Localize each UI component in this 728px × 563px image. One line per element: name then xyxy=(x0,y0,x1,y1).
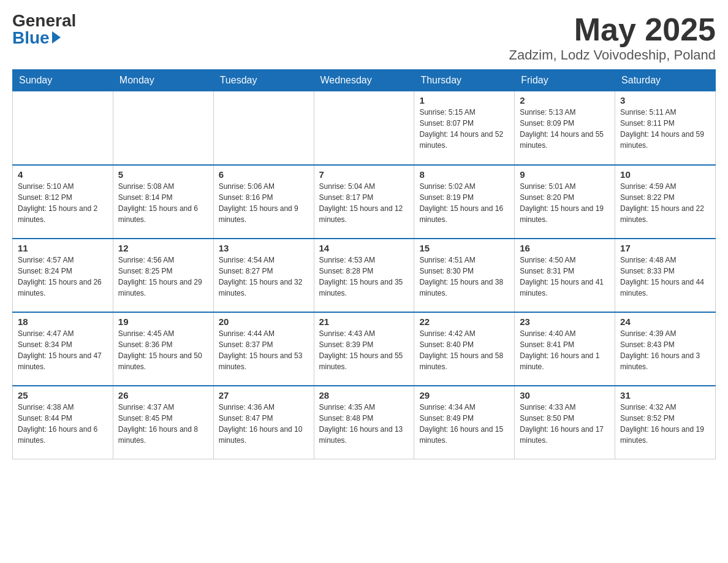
day-info: Sunrise: 4:57 AM Sunset: 8:24 PM Dayligh… xyxy=(18,255,108,299)
calendar-cell: 2Sunrise: 5:13 AM Sunset: 8:09 PM Daylig… xyxy=(515,91,615,165)
calendar-cell: 9Sunrise: 5:01 AM Sunset: 8:20 PM Daylig… xyxy=(515,165,615,239)
day-number: 28 xyxy=(319,390,409,400)
calendar-header-row: SundayMondayTuesdayWednesdayThursdayFrid… xyxy=(13,70,716,91)
day-number: 15 xyxy=(419,243,509,253)
day-number: 13 xyxy=(219,243,309,253)
day-info: Sunrise: 5:01 AM Sunset: 8:20 PM Dayligh… xyxy=(520,181,610,225)
calendar-cell: 1Sunrise: 5:15 AM Sunset: 8:07 PM Daylig… xyxy=(414,91,515,165)
day-number: 27 xyxy=(219,390,309,400)
calendar-cell: 16Sunrise: 4:50 AM Sunset: 8:31 PM Dayli… xyxy=(515,239,615,312)
calendar-header-monday: Monday xyxy=(113,70,213,91)
calendar-cell: 19Sunrise: 4:45 AM Sunset: 8:36 PM Dayli… xyxy=(113,312,213,386)
day-number: 31 xyxy=(620,390,710,400)
day-number: 16 xyxy=(520,243,610,253)
day-info: Sunrise: 4:45 AM Sunset: 8:36 PM Dayligh… xyxy=(118,328,208,372)
day-info: Sunrise: 4:50 AM Sunset: 8:31 PM Dayligh… xyxy=(520,255,610,299)
calendar-cell xyxy=(113,91,213,165)
day-info: Sunrise: 4:43 AM Sunset: 8:39 PM Dayligh… xyxy=(319,328,409,372)
day-info: Sunrise: 4:56 AM Sunset: 8:25 PM Dayligh… xyxy=(118,255,208,299)
calendar-cell: 26Sunrise: 4:37 AM Sunset: 8:45 PM Dayli… xyxy=(113,386,213,459)
calendar-header-friday: Friday xyxy=(515,70,615,91)
day-info: Sunrise: 5:15 AM Sunset: 8:07 PM Dayligh… xyxy=(419,107,509,151)
calendar-cell: 24Sunrise: 4:39 AM Sunset: 8:43 PM Dayli… xyxy=(615,312,716,386)
day-number: 25 xyxy=(18,390,108,400)
calendar-week-row: 25Sunrise: 4:38 AM Sunset: 8:44 PM Dayli… xyxy=(13,386,716,459)
day-number: 8 xyxy=(419,169,509,180)
day-number: 3 xyxy=(620,95,710,105)
calendar-header-tuesday: Tuesday xyxy=(213,70,314,91)
day-info: Sunrise: 5:08 AM Sunset: 8:14 PM Dayligh… xyxy=(118,181,208,225)
calendar-week-row: 4Sunrise: 5:10 AM Sunset: 8:12 PM Daylig… xyxy=(13,165,716,239)
day-number: 7 xyxy=(319,169,409,180)
day-info: Sunrise: 4:54 AM Sunset: 8:27 PM Dayligh… xyxy=(219,255,309,299)
calendar-cell: 5Sunrise: 5:08 AM Sunset: 8:14 PM Daylig… xyxy=(113,165,213,239)
calendar-cell: 18Sunrise: 4:47 AM Sunset: 8:34 PM Dayli… xyxy=(13,312,113,386)
logo-blue-text: Blue xyxy=(12,29,50,47)
calendar-cell: 30Sunrise: 4:33 AM Sunset: 8:50 PM Dayli… xyxy=(515,386,615,459)
day-info: Sunrise: 4:51 AM Sunset: 8:30 PM Dayligh… xyxy=(419,255,509,299)
calendar-table: SundayMondayTuesdayWednesdayThursdayFrid… xyxy=(12,69,716,459)
day-number: 10 xyxy=(620,169,710,180)
day-number: 18 xyxy=(18,316,108,327)
calendar-cell: 6Sunrise: 5:06 AM Sunset: 8:16 PM Daylig… xyxy=(213,165,314,239)
day-info: Sunrise: 4:33 AM Sunset: 8:50 PM Dayligh… xyxy=(520,402,610,446)
day-number: 4 xyxy=(18,169,108,180)
calendar-cell: 27Sunrise: 4:36 AM Sunset: 8:47 PM Dayli… xyxy=(213,386,314,459)
day-number: 1 xyxy=(419,95,509,105)
calendar-cell: 28Sunrise: 4:35 AM Sunset: 8:48 PM Dayli… xyxy=(314,386,414,459)
day-number: 2 xyxy=(520,95,610,105)
day-info: Sunrise: 4:32 AM Sunset: 8:52 PM Dayligh… xyxy=(620,402,710,446)
calendar-cell xyxy=(13,91,113,165)
day-info: Sunrise: 5:06 AM Sunset: 8:16 PM Dayligh… xyxy=(219,181,309,225)
calendar-cell: 10Sunrise: 4:59 AM Sunset: 8:22 PM Dayli… xyxy=(615,165,716,239)
day-number: 19 xyxy=(118,316,208,327)
day-number: 21 xyxy=(319,316,409,327)
day-info: Sunrise: 5:13 AM Sunset: 8:09 PM Dayligh… xyxy=(520,107,610,151)
day-number: 26 xyxy=(118,390,208,400)
calendar-cell: 12Sunrise: 4:56 AM Sunset: 8:25 PM Dayli… xyxy=(113,239,213,312)
day-info: Sunrise: 5:10 AM Sunset: 8:12 PM Dayligh… xyxy=(18,181,108,225)
calendar-cell: 31Sunrise: 4:32 AM Sunset: 8:52 PM Dayli… xyxy=(615,386,716,459)
day-info: Sunrise: 4:47 AM Sunset: 8:34 PM Dayligh… xyxy=(18,328,108,372)
day-number: 22 xyxy=(419,316,509,327)
calendar-header-sunday: Sunday xyxy=(13,70,113,91)
calendar-cell: 11Sunrise: 4:57 AM Sunset: 8:24 PM Dayli… xyxy=(13,239,113,312)
day-number: 20 xyxy=(219,316,309,327)
title-section: May 2025 Zadzim, Lodz Voivodeship, Polan… xyxy=(509,12,716,63)
month-title: May 2025 xyxy=(509,12,716,47)
calendar-cell: 3Sunrise: 5:11 AM Sunset: 8:11 PM Daylig… xyxy=(615,91,716,165)
calendar-week-row: 11Sunrise: 4:57 AM Sunset: 8:24 PM Dayli… xyxy=(13,239,716,312)
calendar-cell: 15Sunrise: 4:51 AM Sunset: 8:30 PM Dayli… xyxy=(414,239,515,312)
calendar-cell xyxy=(314,91,414,165)
calendar-week-row: 18Sunrise: 4:47 AM Sunset: 8:34 PM Dayli… xyxy=(13,312,716,386)
calendar-cell: 23Sunrise: 4:40 AM Sunset: 8:41 PM Dayli… xyxy=(515,312,615,386)
calendar-cell: 17Sunrise: 4:48 AM Sunset: 8:33 PM Dayli… xyxy=(615,239,716,312)
day-number: 29 xyxy=(419,390,509,400)
day-info: Sunrise: 4:36 AM Sunset: 8:47 PM Dayligh… xyxy=(219,402,309,446)
calendar-cell xyxy=(213,91,314,165)
calendar-cell: 4Sunrise: 5:10 AM Sunset: 8:12 PM Daylig… xyxy=(13,165,113,239)
calendar-cell: 22Sunrise: 4:42 AM Sunset: 8:40 PM Dayli… xyxy=(414,312,515,386)
day-info: Sunrise: 5:11 AM Sunset: 8:11 PM Dayligh… xyxy=(620,107,710,151)
day-info: Sunrise: 4:42 AM Sunset: 8:40 PM Dayligh… xyxy=(419,328,509,372)
logo-general-text: General xyxy=(12,12,76,29)
calendar-header-thursday: Thursday xyxy=(414,70,515,91)
logo: General Blue xyxy=(12,12,76,47)
day-number: 6 xyxy=(219,169,309,180)
day-info: Sunrise: 4:59 AM Sunset: 8:22 PM Dayligh… xyxy=(620,181,710,225)
day-number: 17 xyxy=(620,243,710,253)
calendar-cell: 14Sunrise: 4:53 AM Sunset: 8:28 PM Dayli… xyxy=(314,239,414,312)
day-number: 14 xyxy=(319,243,409,253)
day-info: Sunrise: 5:04 AM Sunset: 8:17 PM Dayligh… xyxy=(319,181,409,225)
day-number: 11 xyxy=(18,243,108,253)
day-info: Sunrise: 4:35 AM Sunset: 8:48 PM Dayligh… xyxy=(319,402,409,446)
day-info: Sunrise: 4:34 AM Sunset: 8:49 PM Dayligh… xyxy=(419,402,509,446)
day-info: Sunrise: 4:38 AM Sunset: 8:44 PM Dayligh… xyxy=(18,402,108,446)
day-info: Sunrise: 4:39 AM Sunset: 8:43 PM Dayligh… xyxy=(620,328,710,372)
calendar-cell: 13Sunrise: 4:54 AM Sunset: 8:27 PM Dayli… xyxy=(213,239,314,312)
day-info: Sunrise: 4:40 AM Sunset: 8:41 PM Dayligh… xyxy=(520,328,610,372)
day-number: 23 xyxy=(520,316,610,327)
logo-triangle-icon xyxy=(52,31,61,44)
day-number: 30 xyxy=(520,390,610,400)
calendar-cell: 20Sunrise: 4:44 AM Sunset: 8:37 PM Dayli… xyxy=(213,312,314,386)
